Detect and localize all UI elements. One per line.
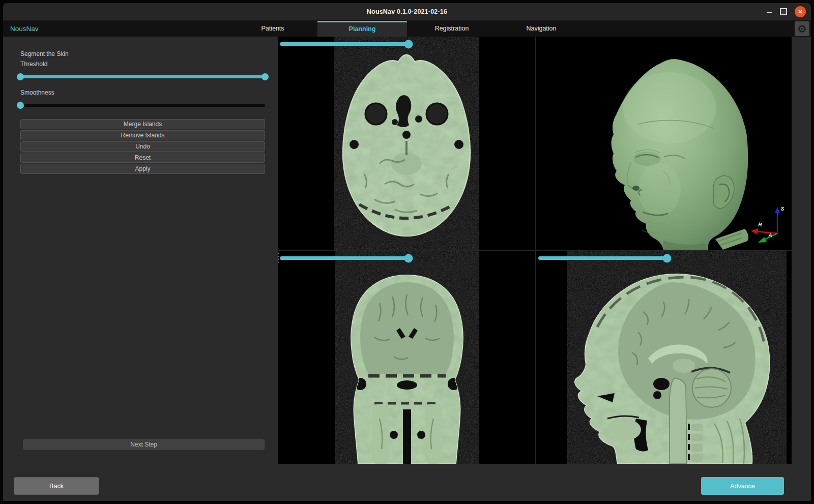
threshold-low-handle[interactable] — [17, 73, 24, 80]
tab-navigation[interactable]: Navigation — [497, 21, 586, 37]
next-step-button[interactable]: Next Step — [23, 439, 265, 450]
orientation-axes-marker: S R A — [745, 201, 789, 246]
section-title: Segment the Skin — [20, 50, 265, 58]
advance-button[interactable]: Advance — [701, 477, 784, 495]
coronal-slice-slider-fill — [280, 256, 409, 260]
axial-viewport[interactable] — [278, 37, 535, 250]
island-tools: Merge Islands Remove Islands Undo Reset … — [20, 118, 265, 175]
splitter-grip[interactable] — [278, 253, 279, 263]
threshold-label: Threshold — [20, 60, 265, 68]
axis-label-superior: S — [780, 205, 785, 212]
sagittal-slice-slider-handle[interactable] — [663, 254, 672, 262]
axial-slice-image — [278, 37, 535, 250]
axial-slice-slider-fill — [280, 42, 409, 46]
navbar: NousNav Patients Planning Registration N… — [3, 21, 811, 37]
titlebar: NousNav 0.1.0-2021-02-16 ✕ — [3, 3, 811, 21]
reset-button[interactable]: Reset — [20, 153, 265, 163]
sagittal-slice-image — [536, 251, 792, 464]
viewport-grid: S R A — [278, 37, 792, 464]
minimize-icon[interactable] — [767, 12, 772, 13]
tab-bar: Patients Planning Registration Navigatio… — [228, 21, 586, 37]
axial-slice-slider-handle[interactable] — [404, 40, 413, 48]
footer-bar: Back Advance — [3, 464, 811, 501]
tab-patients[interactable]: Patients — [228, 21, 317, 37]
coronal-slice-slider-handle[interactable] — [404, 254, 413, 262]
sagittal-slice-slider[interactable] — [538, 254, 786, 262]
settings-gear-icon[interactable]: ⚙ — [795, 21, 809, 36]
axis-label-right: R — [758, 221, 763, 227]
planning-sidebar: Segment the Skin Threshold Smoothness Me… — [3, 37, 278, 464]
window-controls: ✕ — [767, 3, 806, 20]
coronal-slice-slider[interactable] — [280, 254, 532, 262]
tab-planning[interactable]: Planning — [317, 21, 407, 37]
axial-slice-slider[interactable] — [280, 40, 532, 48]
threshold-range-slider[interactable] — [20, 73, 265, 80]
app-logo: NousNav — [10, 21, 39, 37]
close-icon[interactable]: ✕ — [795, 6, 806, 17]
smoothness-slider[interactable] — [20, 102, 265, 109]
back-button[interactable]: Back — [14, 477, 99, 495]
merge-islands-button[interactable]: Merge Islands — [20, 119, 265, 129]
right-panel-strip — [792, 37, 811, 464]
sagittal-viewport[interactable] — [536, 251, 792, 464]
tab-registration[interactable]: Registration — [407, 21, 497, 37]
main-content: Segment the Skin Threshold Smoothness Me… — [3, 37, 811, 464]
maximize-icon[interactable] — [780, 8, 787, 15]
remove-islands-button[interactable]: Remove Islands — [20, 130, 265, 140]
smoothness-track[interactable] — [20, 104, 265, 107]
coronal-viewport[interactable] — [278, 251, 535, 464]
smoothness-handle[interactable] — [17, 102, 24, 109]
coronal-slice-image — [278, 251, 535, 464]
window-title: NousNav 0.1.0-2021-02-16 — [367, 8, 447, 15]
undo-button[interactable]: Undo — [20, 141, 265, 152]
apply-button[interactable]: Apply — [20, 164, 265, 174]
threed-viewport[interactable]: S R A — [536, 37, 792, 250]
sagittal-slice-slider-fill — [538, 256, 667, 260]
threshold-high-handle[interactable] — [261, 73, 269, 80]
app-window: NousNav 0.1.0-2021-02-16 ✕ NousNav Patie… — [3, 3, 811, 501]
axis-label-anterior: A — [768, 232, 773, 238]
smoothness-label: Smoothness — [20, 88, 265, 97]
threshold-fill — [20, 75, 265, 78]
